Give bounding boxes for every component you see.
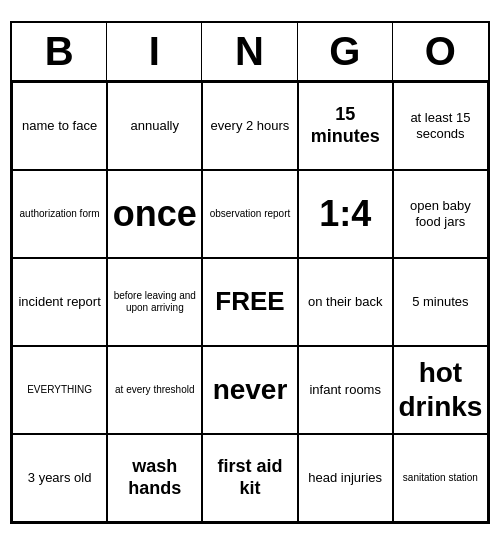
bingo-cell-14: 5 minutes <box>393 258 488 346</box>
bingo-letter-b: B <box>12 23 107 80</box>
bingo-cell-3: 15 minutes <box>298 82 393 170</box>
bingo-cell-11: before leaving and upon arriving <box>107 258 202 346</box>
bingo-cell-24: sanitation station <box>393 434 488 522</box>
bingo-cell-10: incident report <box>12 258 107 346</box>
bingo-cell-20: 3 years old <box>12 434 107 522</box>
bingo-cell-12: FREE <box>202 258 297 346</box>
bingo-cell-17: never <box>202 346 297 434</box>
bingo-cell-19: hot drinks <box>393 346 488 434</box>
bingo-grid: name to faceannuallyevery 2 hours15 minu… <box>12 82 488 522</box>
bingo-cell-13: on their back <box>298 258 393 346</box>
bingo-cell-5: authorization form <box>12 170 107 258</box>
bingo-cell-23: head injuries <box>298 434 393 522</box>
bingo-letter-g: G <box>298 23 393 80</box>
bingo-cell-2: every 2 hours <box>202 82 297 170</box>
bingo-letter-o: O <box>393 23 488 80</box>
bingo-cell-1: annually <box>107 82 202 170</box>
bingo-cell-15: EVERYTHING <box>12 346 107 434</box>
bingo-cell-7: observation report <box>202 170 297 258</box>
bingo-cell-0: name to face <box>12 82 107 170</box>
bingo-card: BINGO name to faceannuallyevery 2 hours1… <box>10 21 490 524</box>
bingo-cell-21: wash hands <box>107 434 202 522</box>
bingo-letter-i: I <box>107 23 202 80</box>
bingo-cell-6: once <box>107 170 202 258</box>
bingo-cell-8: 1:4 <box>298 170 393 258</box>
bingo-cell-16: at every threshold <box>107 346 202 434</box>
bingo-cell-18: infant rooms <box>298 346 393 434</box>
bingo-letter-n: N <box>202 23 297 80</box>
bingo-cell-4: at least 15 seconds <box>393 82 488 170</box>
bingo-header: BINGO <box>12 23 488 82</box>
bingo-cell-9: open baby food jars <box>393 170 488 258</box>
bingo-cell-22: first aid kit <box>202 434 297 522</box>
